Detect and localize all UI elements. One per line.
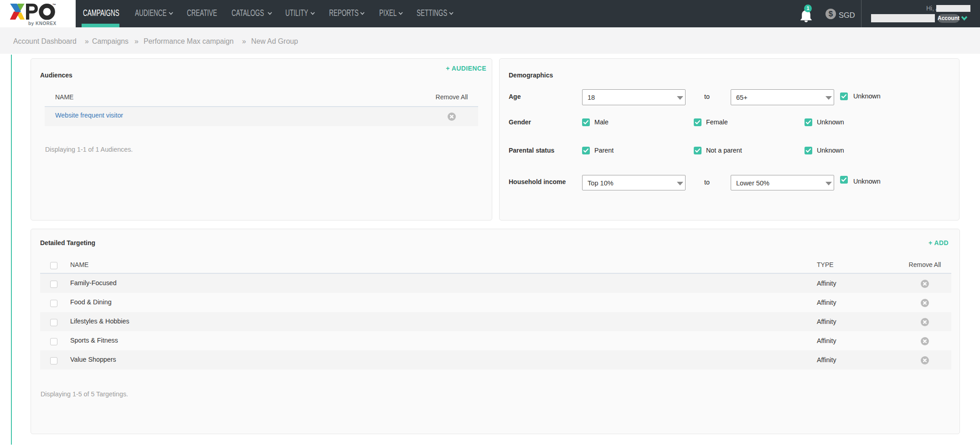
svg-text:by KNOREX: by KNOREX: [28, 21, 57, 26]
svg-text:™: ™: [52, 3, 56, 7]
